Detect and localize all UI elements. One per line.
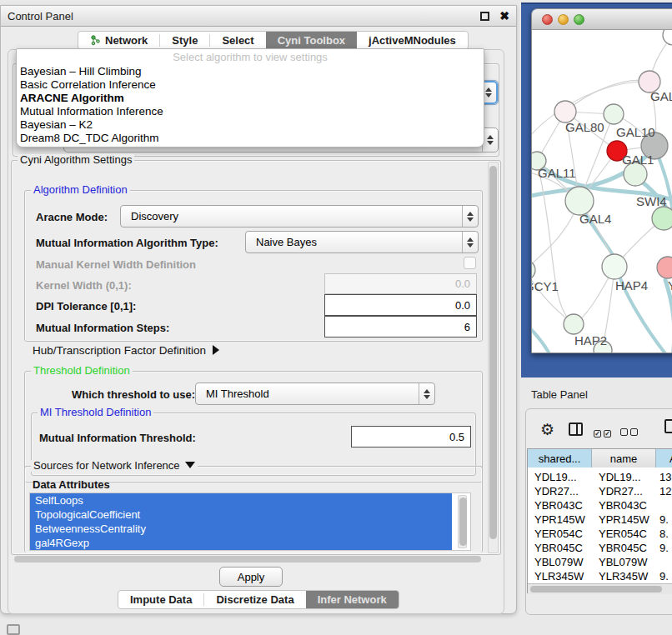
cell[interactable]: YBR045C <box>599 542 654 554</box>
popup-item-basic-correlation[interactable]: Basic Correlation Inference <box>17 78 484 92</box>
dpi-tolerance-label: DPI Tolerance [0,1]: <box>36 300 136 312</box>
mi-steps-field[interactable]: 6 <box>324 316 477 338</box>
attributes-vscrollbar[interactable] <box>458 495 467 548</box>
cell[interactable]: 12 <box>659 485 672 498</box>
tab-impute-data[interactable]: Impute Data <box>118 591 203 608</box>
deselect-all-columns-icon[interactable] <box>620 426 640 438</box>
tab-select[interactable]: Select <box>210 32 265 49</box>
cell[interactable]: YBL079W <box>599 556 654 568</box>
sources-group-title[interactable]: Sources for Network Inference <box>31 460 198 472</box>
cell[interactable]: YLR345W <box>534 570 589 582</box>
node-label-gal4: GAL4 <box>579 212 611 226</box>
cell[interactable]: YLR345W <box>599 570 654 582</box>
table-hscrollbar-thumb[interactable] <box>530 586 662 592</box>
aracne-mode-combo[interactable]: Discovery <box>120 205 479 228</box>
network-canvas[interactable]: GAL GAL80 GAL10 GAL1 GAL11 SWI4 GAL4 GCY… <box>532 30 672 353</box>
network-window-titlebar <box>532 9 672 30</box>
select-all-columns-icon[interactable]: ✓✓ <box>594 426 614 438</box>
cell[interactable]: YDL19... <box>599 471 654 483</box>
checked-box-icon: ✓ <box>604 430 611 438</box>
column-header-shared-name[interactable]: shared... <box>528 449 592 468</box>
tab-jactivemnodules[interactable]: jActiveMNodules <box>357 32 468 49</box>
gear-icon[interactable]: ⚙ <box>540 420 554 439</box>
mac-minimize-icon[interactable] <box>558 14 569 25</box>
attribute-selfloops[interactable]: SelfLoops <box>30 493 452 508</box>
cell[interactable]: YBR043C <box>534 499 589 512</box>
hub-definition-expander[interactable]: Hub/Transcription Factor Definition <box>33 344 219 357</box>
cell[interactable]: 13 <box>659 471 672 483</box>
cell[interactable]: YDR27... <box>534 485 589 498</box>
settings-vscrollbar[interactable] <box>488 162 499 553</box>
float-window-icon[interactable] <box>480 12 489 21</box>
mi-type-label: Mutual Information Algorithm Type: <box>36 237 218 249</box>
cell[interactable]: YDR27... <box>599 485 654 498</box>
network-node-hap4[interactable] <box>602 254 627 279</box>
cell[interactable]: 8. <box>659 528 672 540</box>
apply-button[interactable]: Apply <box>219 567 283 587</box>
network-node-gal4[interactable] <box>565 187 594 215</box>
node-label-hap2: HAP2 <box>574 333 607 348</box>
cell[interactable]: YBR043C <box>599 499 654 512</box>
network-node-gal10[interactable] <box>604 104 624 124</box>
attribute-topologicalcoefficient[interactable]: TopologicalCoefficient <box>30 508 452 522</box>
attribute-gal4rgexp[interactable]: gal4RGexp <box>30 536 452 550</box>
settings-vscrollbar-thumb[interactable] <box>489 166 497 539</box>
combo-stepper[interactable] <box>419 383 434 404</box>
settings-hscrollbar[interactable] <box>13 554 486 564</box>
popup-item-bayesian-k2[interactable]: Bayesian – K2 <box>17 118 484 132</box>
tab-infer-network[interactable]: Infer Network <box>306 591 399 608</box>
mi-type-combo[interactable]: Naive Bayes <box>245 231 479 253</box>
network-node-hap2[interactable] <box>564 314 584 334</box>
combo-stepper[interactable] <box>462 206 478 227</box>
tab-infer-network-label: Infer Network <box>318 593 387 606</box>
cell[interactable]: YBL079W <box>534 556 589 568</box>
cell[interactable]: YPR145W <box>534 513 589 526</box>
popup-item-mutual-information[interactable]: Mutual Information Inference <box>17 105 484 118</box>
node-label-gal1: GAL1 <box>622 152 654 167</box>
which-threshold-combo[interactable]: MI Threshold <box>195 382 435 405</box>
settings-hscrollbar-thumb[interactable] <box>14 556 481 562</box>
kernel-width-field[interactable]: 0.0 <box>324 273 477 294</box>
cell[interactable]: 9. <box>659 570 672 582</box>
cell[interactable]: YER054C <box>534 528 589 540</box>
table-hscrollbar[interactable] <box>528 583 672 594</box>
cell[interactable]: YDL19... <box>534 471 589 483</box>
cell[interactable]: YER054C <box>599 528 654 540</box>
dpi-tolerance-field[interactable]: 0.0 <box>324 294 477 316</box>
network-node-gcy1[interactable] <box>532 260 535 280</box>
attributes-vscrollbar-thumb[interactable] <box>459 498 467 546</box>
split-columns-icon[interactable] <box>569 422 583 436</box>
mi-threshold-field[interactable]: 0.5 <box>351 426 471 448</box>
attribute-betweennesscentrality[interactable]: BetweennessCentrality <box>30 522 452 536</box>
minimized-panel-icon[interactable] <box>7 624 20 635</box>
popup-item-aracne[interactable]: ARACNE Algorithm <box>17 92 484 105</box>
popup-item-bayesian-hill-climbing[interactable]: Bayesian – Hill Climbing <box>17 65 484 78</box>
network-node[interactable] <box>663 30 672 45</box>
cell[interactable]: 9. <box>659 513 672 526</box>
tab-cyni-toolbox[interactable]: Cyni Toolbox <box>266 32 357 49</box>
cell[interactable]: YBR045C <box>534 542 589 554</box>
tab-style[interactable]: Style <box>160 32 209 49</box>
column-header-partial[interactable]: A <box>656 449 672 468</box>
stepper-down-icon <box>485 93 492 98</box>
data-attributes-list[interactable]: SelfLoops TopologicalCoefficient Between… <box>29 492 471 551</box>
cell[interactable]: 9. <box>659 542 672 554</box>
network-node-swi4[interactable] <box>652 207 672 230</box>
cell[interactable]: YPR145W <box>599 513 654 526</box>
combo-stepper[interactable] <box>462 232 478 252</box>
tab-network[interactable]: Network <box>78 32 159 49</box>
mi-threshold-label: Mutual Information Threshold: <box>39 432 196 444</box>
new-column-icon[interactable] <box>664 419 672 433</box>
mac-close-icon[interactable] <box>542 14 553 25</box>
tab-discretize-data[interactable]: Discretize Data <box>204 591 305 608</box>
network-node-pink[interactable] <box>657 257 672 278</box>
manual-kernel-checkbox[interactable] <box>464 257 476 269</box>
node-label-gal10: GAL10 <box>616 125 655 139</box>
stepper-down-icon <box>424 395 430 399</box>
popup-item-dream8[interactable]: Dream8 DC_TDC Algorithm <box>17 132 484 145</box>
mac-zoom-icon[interactable] <box>574 14 584 25</box>
column-header-name[interactable]: name <box>592 449 656 468</box>
close-icon[interactable]: ✖ <box>499 12 509 21</box>
data-attributes-label: Data Attributes <box>33 478 110 491</box>
dpi-tolerance-value: 0.0 <box>455 299 470 312</box>
